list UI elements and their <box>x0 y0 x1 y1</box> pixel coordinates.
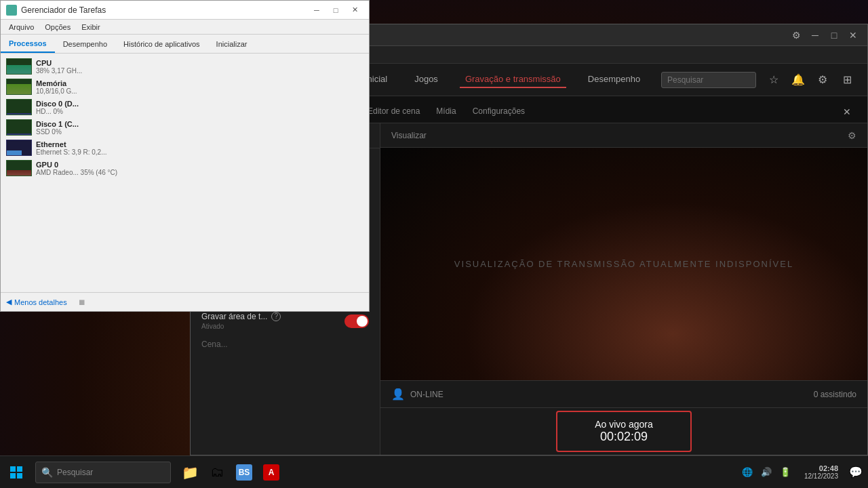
taskbar-app-bluestacks[interactable]: BS <box>231 456 258 489</box>
task-manager-maximize[interactable]: □ <box>327 3 344 17</box>
live-timer: 00:02:09 <box>585 430 663 444</box>
tab-historico[interactable]: Histórico de aplicativos <box>115 35 208 53</box>
less-details-button[interactable]: ◀ Menos detalhes <box>6 298 67 306</box>
bluestacks-settings-icon[interactable]: ⚙ <box>787 27 805 43</box>
grid-icon[interactable]: ⊞ <box>837 70 856 89</box>
start-button[interactable] <box>0 456 33 489</box>
tab-desempenho[interactable]: Desempenho <box>55 35 115 53</box>
notification-button[interactable]: 💬 <box>844 456 868 489</box>
star-icon[interactable]: ☆ <box>764 70 783 89</box>
preview-header: Visualizar ⚙ <box>380 123 867 148</box>
more-label: Cena... <box>201 340 369 349</box>
battery-icon[interactable]: 🔋 <box>777 464 793 480</box>
disk0-info: Disco 0 (D... HD... 0% <box>36 100 363 115</box>
bluestacks-restore[interactable]: □ <box>825 27 843 43</box>
gpu-sub: AMD Radeo... 35% (46 °C) <box>36 169 363 176</box>
menu-exibir[interactable]: Exibir <box>76 20 106 34</box>
amd-right-panel: Visualizar ⚙ VISUALIZAÇÃO DE TRANSMISSÃO… <box>380 123 867 455</box>
cpu-info: CPU 38% 3,17 GH... <box>36 59 363 75</box>
taskbar: 🔍 Pesquisar 📁 🗂 BS A 🌐 🔊 🔋 02:48 12/12/2… <box>0 455 868 488</box>
task-manager-title: Gerenciador de Tarefas <box>21 5 308 15</box>
live-bar: Ao vivo agora 00:02:09 <box>380 407 867 455</box>
subtab-configuracoes[interactable]: Configurações <box>465 101 533 123</box>
online-status-text: ON-LINE <box>410 390 814 399</box>
task-manager-menubar: Arquivo Opções Exibir <box>1 20 369 35</box>
nav-gravacao[interactable]: Gravação e transmissão <box>460 71 566 88</box>
ethernet-name: Ethernet <box>36 140 363 148</box>
svg-rect-3 <box>17 473 22 479</box>
subtab-editor[interactable]: Editor de cena <box>359 101 428 123</box>
gpu-name: GPU 0 <box>36 161 363 169</box>
disk1-sub: SSD 0% <box>36 128 363 136</box>
list-item[interactable]: Disco 1 (C... SSD 0% <box>1 117 369 138</box>
task-manager-bottom: ◀ Menos detalhes ⏹ <box>1 292 369 311</box>
svg-rect-1 <box>17 466 22 472</box>
taskbar-app-amd[interactable]: A <box>258 456 285 489</box>
subtab-midia[interactable]: Mídia <box>428 101 464 123</box>
mem-name: Memória <box>36 79 363 87</box>
bluestacks-close[interactable]: ✕ <box>844 27 862 43</box>
task-manager-icon <box>6 5 17 16</box>
menu-opcoes[interactable]: Opções <box>39 20 76 34</box>
ethernet-info: Ethernet Ethernet S: 3,9 R: 0,2... <box>36 140 363 156</box>
gear-icon[interactable]: ⚙ <box>813 70 832 89</box>
taskbar-clock[interactable]: 02:48 12/12/2023 <box>799 464 844 480</box>
volume-icon[interactable]: 🔊 <box>758 464 774 480</box>
task-manager-close[interactable]: ✕ <box>346 3 363 17</box>
user-icon: 👤 <box>391 388 405 401</box>
clock-date: 12/12/2023 <box>804 472 838 480</box>
taskbar-app-explorer[interactable]: 📁 <box>176 456 203 489</box>
preview-unavailable-text: VISUALIZAÇÃO DE TRANSMISSÃO ATUALMENTE I… <box>454 259 793 269</box>
settings-small-icon[interactable]: ⚙ <box>848 130 856 141</box>
explorer-icon: 📁 <box>182 464 198 481</box>
bluestacks-taskbar-icon: BS <box>236 464 252 481</box>
network-icon[interactable]: 🌐 <box>739 464 755 480</box>
amd-taskbar-icon: A <box>263 464 279 481</box>
amd-header-icons: ☆ 🔔 ⚙ ⊞ <box>764 70 856 89</box>
taskbar-search-placeholder: Pesquisar <box>57 468 93 477</box>
disk1-info: Disco 1 (C... SSD 0% <box>36 120 363 136</box>
nav-desempenho[interactable]: Desempenho <box>583 71 646 88</box>
viewers-count: 0 assistindo <box>814 390 856 399</box>
disk1-name: Disco 1 (C... <box>36 120 363 128</box>
record-area-toggle[interactable] <box>344 314 369 328</box>
record-area-info: Gravar área de t... ? Ativado <box>201 312 344 330</box>
svg-rect-0 <box>10 466 16 472</box>
notification-icon: 💬 <box>849 466 863 479</box>
record-area-help-icon[interactable]: ? <box>271 312 281 321</box>
taskbar-search-icon: 🔍 <box>41 467 53 478</box>
amd-search-input[interactable] <box>661 72 756 88</box>
status-bar: 👤 ON-LINE 0 assistindo <box>380 380 867 407</box>
tab-processos[interactable]: Processos <box>1 35 55 53</box>
bell-icon[interactable]: 🔔 <box>789 70 808 89</box>
ethernet-chart <box>6 140 32 156</box>
tab-inicializar[interactable]: Inicializar <box>208 35 256 53</box>
task-manager-window: Gerenciador de Tarefas ─ □ ✕ Arquivo Opç… <box>0 0 370 312</box>
menu-arquivo[interactable]: Arquivo <box>3 20 39 34</box>
preview-label: Visualizar <box>391 131 848 140</box>
list-item[interactable]: Disco 0 (D... HD... 0% <box>1 97 369 117</box>
record-area-row: Gravar área de t... ? Ativado <box>201 312 369 330</box>
list-item[interactable]: Memória 10,8/16,0 G... <box>1 77 369 97</box>
chevron-left-icon: ◀ <box>6 298 12 306</box>
record-area-label: Gravar área de t... ? <box>201 312 344 321</box>
taskbar-search[interactable]: 🔍 Pesquisar <box>35 462 171 483</box>
clock-time: 02:48 <box>804 464 838 472</box>
taskbar-app-files[interactable]: 🗂 <box>203 456 231 489</box>
disk0-chart <box>6 99 32 115</box>
go-live-button[interactable]: Ao vivo agora 00:02:09 <box>556 411 692 452</box>
task-manager-content: CPU 38% 3,17 GH... Memória 10,8/16,0 G..… <box>1 54 369 292</box>
bluestacks-minimize[interactable]: ─ <box>806 27 824 43</box>
preview-area: VISUALIZAÇÃO DE TRANSMISSÃO ATUALMENTE I… <box>380 148 867 380</box>
list-item[interactable]: GPU 0 AMD Radeo... 35% (46 °C) <box>1 158 369 178</box>
list-item[interactable]: Ethernet Ethernet S: 3,9 R: 0,2... <box>1 138 369 158</box>
stop-icon: ⏹ <box>78 298 86 307</box>
task-manager-minimize[interactable]: ─ <box>308 3 326 17</box>
task-manager-list: CPU 38% 3,17 GH... Memória 10,8/16,0 G..… <box>1 54 369 292</box>
disk1-chart <box>6 119 32 136</box>
windows-logo-icon <box>9 466 23 479</box>
close-panel-icon[interactable]: ✕ <box>837 101 856 123</box>
nav-jogos[interactable]: Jogos <box>409 71 443 88</box>
live-label: Ao vivo agora <box>585 419 663 430</box>
list-item[interactable]: CPU 38% 3,17 GH... <box>1 56 369 77</box>
